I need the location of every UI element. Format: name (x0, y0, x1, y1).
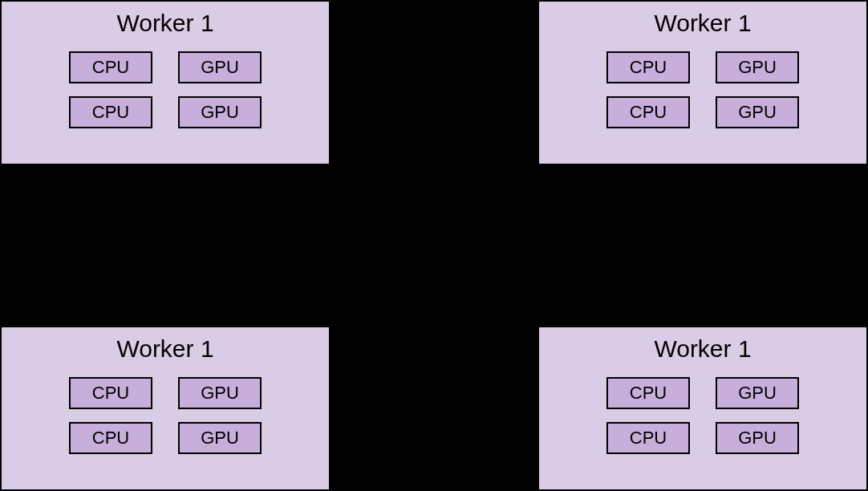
gpu-unit: GPU (178, 377, 262, 409)
cpu-unit: CPU (69, 96, 152, 128)
cpu-unit: CPU (69, 51, 152, 83)
worker-box: Worker 1 CPU GPU CPU GPU (0, 326, 331, 491)
worker-title: Worker 1 (654, 10, 751, 37)
units-grid: CPU GPU CPU GPU (69, 51, 262, 128)
gpu-unit: GPU (716, 96, 799, 128)
worker-box: Worker 1 CPU GPU CPU GPU (537, 326, 868, 491)
cpu-unit: CPU (606, 96, 690, 128)
units-grid: CPU GPU CPU GPU (606, 377, 799, 454)
worker-box: Worker 1 CPU GPU CPU GPU (537, 0, 868, 165)
worker-title: Worker 1 (654, 335, 751, 363)
gpu-unit: GPU (178, 422, 262, 454)
units-grid: CPU GPU CPU GPU (606, 51, 799, 128)
cpu-unit: CPU (606, 377, 690, 409)
cpu-unit: CPU (69, 422, 152, 454)
cpu-unit: CPU (69, 377, 152, 409)
gpu-unit: GPU (178, 96, 262, 128)
gpu-unit: GPU (178, 51, 262, 83)
units-grid: CPU GPU CPU GPU (69, 377, 262, 454)
cpu-unit: CPU (606, 422, 690, 454)
worker-title: Worker 1 (116, 10, 213, 37)
cpu-unit: CPU (606, 51, 690, 83)
gpu-unit: GPU (716, 422, 799, 454)
gpu-unit: GPU (716, 377, 799, 409)
gpu-unit: GPU (716, 51, 799, 83)
worker-box: Worker 1 CPU GPU CPU GPU (0, 0, 331, 165)
worker-title: Worker 1 (116, 335, 213, 363)
